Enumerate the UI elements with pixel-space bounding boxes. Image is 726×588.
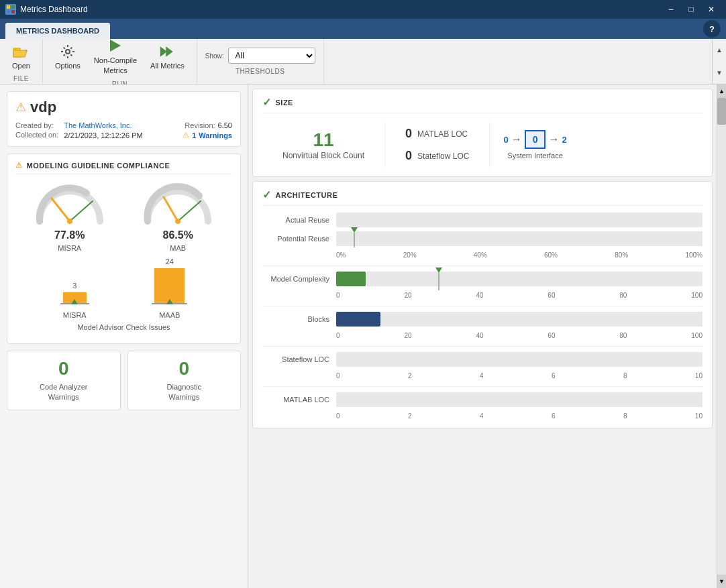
scroll-up-arrow[interactable]: ▲	[717, 84, 726, 98]
bar-chart-title: Model Advisor Check Issues	[15, 323, 232, 331]
interface-in: 0	[503, 135, 508, 145]
loc-area: 0 MATLAB LOC 0 Stateflow LOC	[385, 120, 490, 170]
close-button[interactable]: ✕	[702, 0, 721, 19]
collected-on-label: Collected on:	[15, 131, 58, 139]
stateflow-axis: 0246810	[262, 371, 703, 381]
size-title: SIZE	[276, 99, 293, 107]
misra-gauge-svg	[33, 181, 107, 227]
arch-check-icon: ✓	[262, 188, 272, 201]
model-warning-icon: ⚠	[15, 100, 26, 115]
maab-bar-label: MAAB	[159, 311, 180, 319]
arch-divider-2	[262, 306, 703, 306]
potential-reuse-label: Potential Reuse	[262, 235, 336, 243]
svg-line-14	[178, 201, 201, 221]
warnings-text[interactable]: Warnings	[199, 131, 232, 139]
matlab-loc-label: MATLAB LOC	[417, 129, 468, 139]
interface-out: 2	[562, 135, 566, 145]
blocks-label: Blocks	[262, 315, 336, 323]
svg-rect-3	[11, 10, 15, 13]
warnings-badge: ⚠ 1 Warnings	[183, 131, 232, 139]
all-metrics-button[interactable]: All Metrics	[146, 41, 189, 72]
svg-rect-5	[13, 48, 17, 50]
blocks-row: Blocks	[262, 312, 703, 327]
play-icon	[107, 38, 123, 54]
svg-rect-2	[7, 10, 10, 13]
main-area: ⚠ vdp Created by: The MathWorks, Inc. Re…	[0, 84, 726, 588]
svg-marker-7	[110, 40, 121, 52]
arch-divider-3	[262, 346, 703, 347]
show-select[interactable]: All	[228, 48, 315, 64]
window-controls[interactable]: – □ ✕	[662, 0, 721, 19]
options-button[interactable]: Options	[51, 41, 85, 72]
revision-value: 6.50	[218, 121, 232, 129]
code-analyzer-num: 0	[14, 358, 113, 379]
open-button[interactable]: Open	[8, 41, 34, 72]
svg-point-12	[67, 219, 72, 224]
blocks-track	[336, 312, 703, 327]
scroll-up-btn[interactable]: ▲	[713, 39, 726, 62]
stateflow-chart: Stateflow LOC 0246810	[262, 352, 703, 381]
mab-gauge: 86.5% MAB	[141, 181, 215, 252]
right-panel: ✓ SIZE 11 Nonvirtual Block Count 0 MATLA…	[248, 84, 717, 588]
block-count-label: Nonvirtual Block Count	[282, 151, 364, 160]
run-group: Options Non-CompileMetrics All Metrics R…	[43, 39, 197, 84]
misra-gauge: 77.8% MISRA	[33, 181, 107, 252]
right-scrollbar[interactable]: ▲ ▼	[717, 84, 726, 588]
warnings-number[interactable]: 1	[192, 131, 196, 139]
maximize-button[interactable]: □	[682, 0, 701, 19]
complexity-label: Model Complexity	[262, 275, 336, 283]
complexity-track	[336, 272, 703, 286]
created-by-label: Created by:	[15, 121, 58, 129]
scroll-down-arrow[interactable]: ▼	[717, 575, 726, 588]
code-analyzer-label: Code AnalyzerWarnings	[14, 382, 113, 403]
non-compile-label: Non-CompileMetrics	[94, 56, 137, 75]
all-metrics-label: All Metrics	[150, 62, 185, 70]
interface-label: System Interface	[507, 152, 563, 160]
diagnostic-num: 0	[135, 358, 234, 379]
scroll-thumb[interactable]	[717, 98, 726, 125]
block-count-area: 11 Nonvirtual Block Count	[262, 123, 385, 167]
svg-rect-1	[11, 5, 15, 9]
maab-bar-num: 24	[166, 257, 174, 266]
arch-divider-4	[262, 386, 703, 387]
double-play-icon	[159, 44, 175, 60]
block-count-num: 11	[313, 129, 333, 151]
blocks-chart: Blocks 020406080100	[262, 312, 703, 341]
file-group-label: FILE	[13, 75, 29, 82]
file-group: Open FILE	[0, 39, 43, 84]
svg-line-10	[52, 198, 70, 221]
help-button[interactable]: ?	[703, 20, 721, 38]
mab-label: MAB	[170, 244, 186, 252]
stateflow-row: Stateflow LOC	[262, 352, 703, 367]
size-section: ✓ SIZE 11 Nonvirtual Block Count 0 MATLA…	[252, 89, 713, 177]
interface-area: 0 → 0 → 2 System Interface	[490, 123, 580, 166]
created-by-value[interactable]: The MathWorks, Inc.	[64, 121, 132, 129]
app-icon	[5, 4, 16, 15]
toolbar-scroll[interactable]: ▲ ▼	[712, 39, 726, 84]
minimize-button[interactable]: –	[662, 0, 680, 19]
size-header: ✓ SIZE	[262, 96, 703, 113]
thresholds-label: THRESHOLDS	[236, 68, 284, 75]
misra-value: 77.8%	[54, 229, 85, 241]
code-analyzer-card: 0 Code AnalyzerWarnings	[7, 351, 121, 410]
actual-reuse-track	[336, 213, 703, 227]
options-label: Options	[55, 62, 81, 70]
stateflow-track	[336, 352, 703, 367]
title-bar: Metrics Dashboard – □ ✕	[0, 0, 726, 19]
gear-icon	[60, 44, 76, 60]
bar-chart-area: 3 MISRA	[15, 260, 232, 337]
diagnostic-warnings-card: 0 DiagnosticWarnings	[127, 351, 242, 410]
size-check-icon: ✓	[262, 96, 272, 109]
mab-gauge-svg	[141, 181, 215, 227]
collected-on-value: 2/21/2023, 12:12:26 PM	[64, 131, 142, 139]
stateflow-loc-num: 0	[405, 149, 412, 163]
left-panel: ⚠ vdp Created by: The MathWorks, Inc. Re…	[0, 84, 248, 588]
size-content: 11 Nonvirtual Block Count 0 MATLAB LOC 0…	[262, 120, 703, 170]
svg-rect-0	[7, 5, 10, 9]
scroll-down-btn[interactable]: ▼	[713, 62, 726, 84]
matlab-loc-track	[336, 392, 703, 407]
arch-divider-1	[262, 266, 703, 266]
complexity-row: Model Complexity	[262, 272, 703, 286]
non-compile-button[interactable]: Non-CompileMetrics	[90, 35, 141, 78]
misra-label: MISRA	[58, 244, 81, 252]
